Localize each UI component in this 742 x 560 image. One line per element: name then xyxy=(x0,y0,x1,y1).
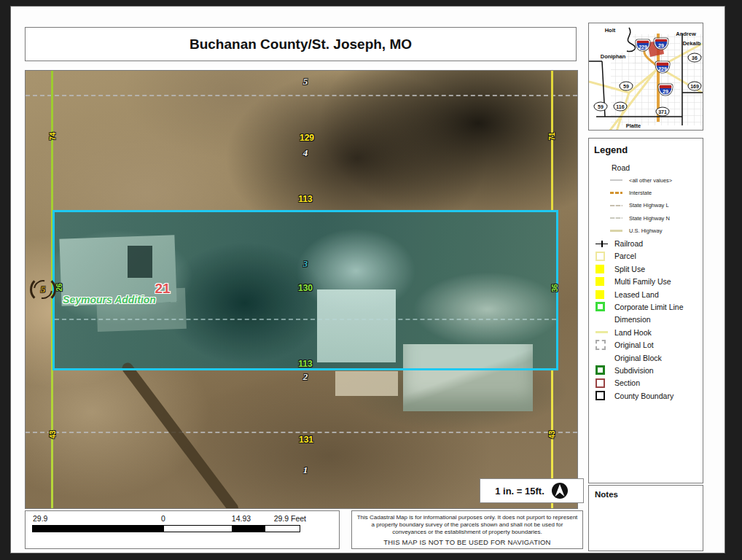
swatch xyxy=(595,290,604,299)
disclaimer: This Cadastral Map is for informational … xyxy=(351,510,583,549)
legend-yellow-icon xyxy=(595,277,609,286)
map-label: 74 xyxy=(49,132,57,140)
swatch xyxy=(610,192,622,194)
legend-item-label: Railroad xyxy=(614,239,643,248)
legend-landhook-icon xyxy=(595,331,609,333)
scalebar-labels: 29.9 0 14.93 29.9 Feet xyxy=(26,514,339,523)
block-dashed-line xyxy=(26,95,577,96)
legend-item: Interstate xyxy=(594,187,703,199)
parcel-dashed-line xyxy=(55,319,556,320)
legend-item-label: State Highway N xyxy=(629,215,670,222)
legend-railroad-icon xyxy=(595,241,609,247)
legend-item: Original Lot xyxy=(594,338,703,351)
legend-yellow-icon xyxy=(595,265,609,273)
map-label: 21 xyxy=(155,281,170,297)
us-highway-shield-icon: 59 xyxy=(594,102,608,112)
swatch xyxy=(595,391,605,400)
driveway xyxy=(120,360,241,508)
map-label: 5 xyxy=(303,76,308,88)
legend-item: Parcel xyxy=(594,250,703,262)
scalebar-right-label: 29.9 Feet xyxy=(274,514,306,523)
section-number: 5 xyxy=(30,276,56,303)
disclaimer-warning: THIS MAP IS NOT TO BE USED FOR NAVIGATIO… xyxy=(356,538,578,546)
swatch xyxy=(595,340,606,350)
swatch xyxy=(610,205,622,206)
scalebar-segment xyxy=(232,526,265,532)
title-bar: Buchanan County/St. Joseph, MO xyxy=(25,27,577,61)
scalebar-bar xyxy=(32,525,300,532)
map-label: 2 xyxy=(303,371,308,383)
block-dashed-line xyxy=(26,432,577,433)
legend-line-us-icon xyxy=(610,230,624,232)
legend-item-label: Section xyxy=(614,378,640,387)
scalebar-mid-label: 14.93 xyxy=(232,514,251,523)
legend-title: Legend xyxy=(594,144,703,155)
swatch xyxy=(595,302,605,311)
map-label: 43 xyxy=(49,430,57,438)
legend-corp-icon xyxy=(595,302,609,311)
legend-item: Section xyxy=(594,377,703,389)
legend-item-label: <all other values> xyxy=(629,177,672,184)
legend-item: Subdivision xyxy=(594,364,703,376)
scalebar-segment xyxy=(33,526,164,532)
map-label: 36 xyxy=(551,284,559,292)
legend-item-label: Corporate Limit Line xyxy=(614,303,684,311)
legend-item: Railroad xyxy=(594,237,703,249)
map-label: 113 xyxy=(298,359,312,369)
scalebar-left-label: 29.9 xyxy=(33,514,47,523)
legend-item-label: Interstate xyxy=(629,190,652,196)
map-label: 1 xyxy=(303,464,308,476)
map-frame: 5129411331301132131121Seymours Addition7… xyxy=(25,70,578,509)
locator-town-label: Doniphan xyxy=(601,53,626,60)
swatch xyxy=(610,230,622,232)
scalebar-zero-label: 0 xyxy=(161,514,165,523)
locator-town-label: Platte xyxy=(626,122,641,129)
legend-line-hwyL-icon xyxy=(610,205,624,206)
swatch xyxy=(610,217,622,219)
legend-yellow-icon xyxy=(595,290,609,299)
us-highway-shield-icon: 371 xyxy=(656,107,670,117)
legend-item-label: Original Block xyxy=(614,354,662,362)
us-highway-shield-icon: 36 xyxy=(688,53,702,63)
legend-county-icon xyxy=(595,391,609,400)
legend-item: Multi Family Use xyxy=(594,276,703,288)
legend-items: Road<all other values>InterstateState Hi… xyxy=(594,161,703,402)
legend-line-gray-icon xyxy=(610,179,624,181)
notes-panel: Notes xyxy=(588,485,703,551)
legend-subdiv-icon xyxy=(595,365,609,375)
page-title: Buchanan County/St. Joseph, MO xyxy=(190,36,412,52)
legend-item: Road xyxy=(594,161,703,174)
legend-section-icon xyxy=(595,378,609,388)
legend-item: Land Hook xyxy=(594,326,703,338)
us-highway-shield-icon: 116 xyxy=(614,102,628,112)
map-label: 113 xyxy=(298,194,312,204)
legend-item-label: Dimension xyxy=(614,315,651,324)
map-label: 131 xyxy=(299,435,313,445)
map-label: 4 xyxy=(303,147,308,159)
legend-item-label: Multi Family Use xyxy=(614,277,671,286)
notes-title: Notes xyxy=(595,490,697,499)
legend-item-label: Land Hook xyxy=(614,328,652,337)
locator-town-label: Holt xyxy=(605,27,616,34)
legend-item: State Highway L xyxy=(594,199,703,211)
aerial-map-canvas[interactable]: 5129411331301132131121Seymours Addition7… xyxy=(26,71,577,508)
swatch xyxy=(610,179,622,181)
north-arrow-icon xyxy=(551,482,569,499)
map-label: 26 xyxy=(55,283,63,291)
swatch xyxy=(595,265,604,273)
legend-item: Leased Land xyxy=(594,288,703,300)
legend-item-label: County Boundary xyxy=(614,392,673,400)
scalebar: 29.9 0 14.93 29.9 Feet xyxy=(25,510,340,549)
map-label: 71 xyxy=(548,132,556,140)
map-label: 43 xyxy=(548,430,556,438)
cadastral-map-page: Buchanan County/St. Joseph, MO 512941133… xyxy=(0,0,742,560)
building-shed xyxy=(335,371,398,396)
scale-indicator: 1 in. = 15ft. xyxy=(480,478,584,503)
map-label: Seymours Addition xyxy=(63,294,156,306)
legend-item: U.S. Highway xyxy=(594,225,703,237)
legend-item: Dimension xyxy=(594,314,703,326)
legend-item-label: Split Use xyxy=(614,265,645,273)
map-label: 129 xyxy=(300,133,314,143)
locator-town-label: Dekalb xyxy=(683,40,701,47)
locator-town-label: Andrew xyxy=(676,31,696,37)
